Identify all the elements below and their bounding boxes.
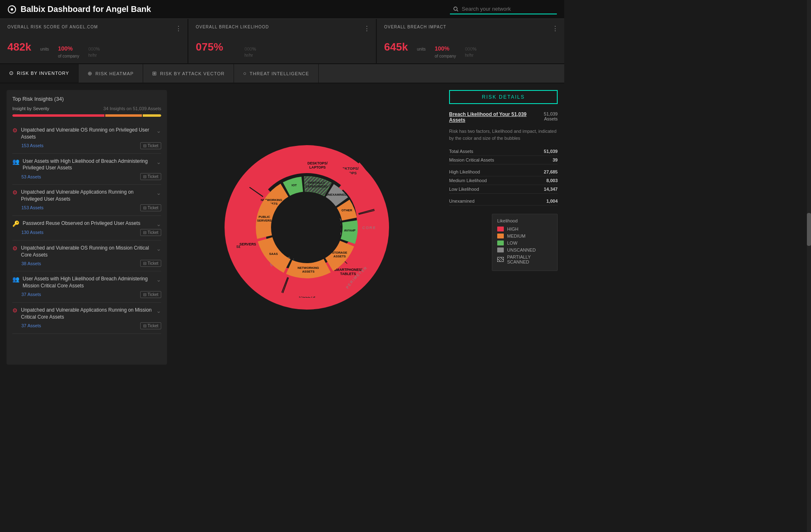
legend-label-1: MEDIUM	[507, 234, 526, 238]
risk-icon-3: 🔑	[12, 220, 19, 227]
stat-label-7: Unexamined	[449, 199, 475, 204]
kpi-menu-impact[interactable]: ⋮	[552, 25, 558, 32]
severity-low	[143, 114, 161, 117]
ticket-btn-4[interactable]: ⊟ Ticket	[140, 260, 161, 267]
svg-point-1	[11, 8, 13, 11]
stat-row-1: Mission Critical Assets 39	[449, 156, 558, 164]
inner-label-9-1: SERVERS	[257, 219, 272, 222]
ticket-btn-5[interactable]: ⊟ Ticket	[140, 291, 161, 298]
assets-count-display: 51,039 Assets	[544, 111, 558, 121]
asset-count-6: 37 Assets	[21, 323, 41, 328]
risk-item-2[interactable]: ⚙ Unpatched and Vulnerable Applications …	[12, 185, 161, 216]
panel-title: Top Risk Insights (34)	[12, 96, 161, 102]
risk-text-0: Unpatched and Vulnerable OS Running on P…	[21, 127, 154, 141]
risk-chevron-2[interactable]: ⌄	[156, 190, 161, 196]
legend-label-0: HIGH	[507, 227, 519, 231]
inner-label-3-0: UNEXAMINED	[326, 193, 347, 197]
ticket-btn-0[interactable]: ⊟ Ticket	[140, 142, 161, 149]
risk-icon-1: 👥	[12, 158, 19, 165]
chart-svg-overlay: DESKTOPS/LAPTOPSSMARTPHONES/TABLETSSERVE…	[171, 90, 443, 365]
ticket-btn-2[interactable]: ⊟ Ticket	[140, 204, 161, 211]
risk-item-4[interactable]: ⚙ Unpatched and Vulnerable OS Running on…	[12, 241, 161, 272]
ticket-btn-1[interactable]: ⊟ Ticket	[140, 173, 161, 180]
risk-chevron-3[interactable]: ⌄	[156, 221, 161, 227]
legend: Likelihood HIGHMEDIUMLOWUNSCANNEDPARTIAL…	[492, 214, 558, 271]
kpi-hr-breach: 000% hr/hr	[245, 42, 256, 58]
risk-chevron-1[interactable]: ⌄	[156, 159, 161, 165]
breach-likelihood-title: Breach Likelihood of Your 51,039 Assets	[449, 111, 540, 123]
tab-risk-attack[interactable]: ⊞ RISK BY ATTACK VECTOR	[143, 64, 234, 83]
risk-item-0[interactable]: ⚙ Unpatched and Vulnerable OS Running on…	[12, 123, 161, 154]
stat-row-3: High Likelihood 27,685	[449, 168, 558, 176]
risk-icon-2: ⚙	[12, 189, 18, 196]
tab-label-heatmap: RISK HEATMAP	[95, 71, 134, 76]
outer-label-1-1: TABLETS	[340, 272, 356, 276]
inner-label-7-0: NETWORKING	[298, 266, 319, 270]
kpi-unit-risk: units	[40, 47, 49, 51]
asset-count-0: 153 Assets	[21, 143, 44, 148]
risk-text-4: Unpatched and Vulnerable OS Running on M…	[21, 245, 154, 259]
insight-header: Insight by Severity 34 Insights on 51,03…	[12, 106, 161, 111]
risk-icon-5: 👥	[12, 276, 19, 282]
asset-count-1: 53 Assets	[21, 174, 41, 179]
legend-item-4: PARTIALLY SCANNED	[497, 254, 552, 264]
risk-item-3[interactable]: 🔑 Password Reuse Observed on Privileged …	[12, 216, 161, 241]
kpi-menu-breach[interactable]: ⋮	[364, 25, 370, 32]
severity-bar	[12, 114, 161, 117]
kpi-card-breach-likelihood: OVERALL BREACH LIKELIHOOD ⋮ 075% 000% hr…	[188, 19, 377, 63]
legend-items: HIGHMEDIUMLOWUNSCANNEDPARTIALLY SCANNED	[497, 227, 552, 264]
tab-label-attack: RISK BY ATTACK VECTOR	[160, 71, 225, 76]
outer-label-0-0: DESKTOPS/	[308, 161, 328, 165]
severity-high	[12, 114, 104, 117]
search-icon	[453, 6, 459, 12]
ticket-btn-3[interactable]: ⊟ Ticket	[140, 229, 161, 236]
legend-item-0: HIGH	[497, 227, 552, 231]
kpi-label-breach: OVERALL BREACH LIKELIHOOD	[196, 25, 368, 29]
stat-value-7: 1,004	[546, 199, 558, 204]
inner-label-6-1: ASSETS	[334, 254, 346, 258]
risk-text-1: User Assets with High Likelihood of Brea…	[23, 158, 154, 172]
kpi-card-breach-impact: OVERALL BREACH IMPACT ⋮ 645k units 100% …	[377, 19, 564, 63]
logo-icon	[7, 5, 16, 14]
asset-count-3: 130 Assets	[21, 230, 44, 235]
kpi-label-impact: OVERALL BREACH IMPACT	[384, 25, 557, 29]
kpi-pct-risk: 100%	[58, 42, 79, 53]
stat-row-0: Total Assets 51,039	[449, 147, 558, 156]
risk-icon-4: ⚙	[12, 245, 18, 252]
risk-chevron-6[interactable]: ⌄	[156, 308, 161, 314]
kpi-value-breach: 075%	[196, 32, 223, 54]
risk-item-1[interactable]: 👥 User Assets with High Likelihood of Br…	[12, 154, 161, 185]
inner-label-1-0: IOT	[292, 183, 297, 187]
tab-risk-inventory[interactable]: ⊙ RISK BY INVENTORY	[0, 64, 79, 83]
legend-color-0	[497, 227, 504, 231]
risk-details-button[interactable]: RISK DETAILS	[449, 90, 558, 104]
risk-chevron-0[interactable]: ⌄	[156, 127, 161, 134]
risk-item-6[interactable]: ⚙ Unpatched and Vulnerable Applications …	[12, 303, 161, 334]
kpi-value-impact: 645k	[384, 32, 408, 54]
inner-label-5-0: AV/VoIP	[344, 229, 355, 232]
ticket-btn-6[interactable]: ⊟ Ticket	[140, 322, 161, 329]
outer-label-0-1: LAPTOPS	[309, 165, 326, 169]
kpi-value-risk: 482k	[7, 32, 31, 54]
tab-risk-heatmap[interactable]: ⊕ RISK HEATMAP	[79, 64, 143, 83]
app-title: Balbix Dashboard for Angel Bank	[7, 5, 151, 14]
asset-count-5: 37 Assets	[21, 292, 41, 297]
tab-icon-heatmap: ⊕	[88, 70, 93, 76]
main-content: Top Risk Insights (34) Insight by Severi…	[0, 83, 564, 371]
center-circle	[273, 193, 341, 261]
kpi-pct-impact: 100%	[435, 42, 456, 53]
tab-threat-intel[interactable]: ○ THREAT INTELLIGENCE	[234, 64, 318, 83]
legend-color-2	[497, 241, 504, 245]
risk-icon-6: ⚙	[12, 307, 18, 314]
legend-label-3: UNSCANNED	[507, 247, 536, 252]
stat-label-0: Total Assets	[449, 149, 473, 154]
breach-likelihood-section: Breach Likelihood of Your 51,039 Assets …	[449, 111, 558, 206]
risk-chevron-5[interactable]: ⌄	[156, 276, 161, 283]
kpi-menu-risk[interactable]: ⋮	[175, 25, 182, 32]
search-input[interactable]	[462, 6, 554, 12]
legend-color-4	[497, 257, 504, 262]
kpi-row: OVERALL RISK SCORE OF ANGEL.COM ⋮ 482k u…	[0, 19, 564, 64]
search-box[interactable]	[450, 4, 557, 14]
risk-chevron-4[interactable]: ⌄	[156, 245, 161, 252]
risk-item-5[interactable]: 👥 User Assets with High Likelihood of Br…	[12, 271, 161, 303]
